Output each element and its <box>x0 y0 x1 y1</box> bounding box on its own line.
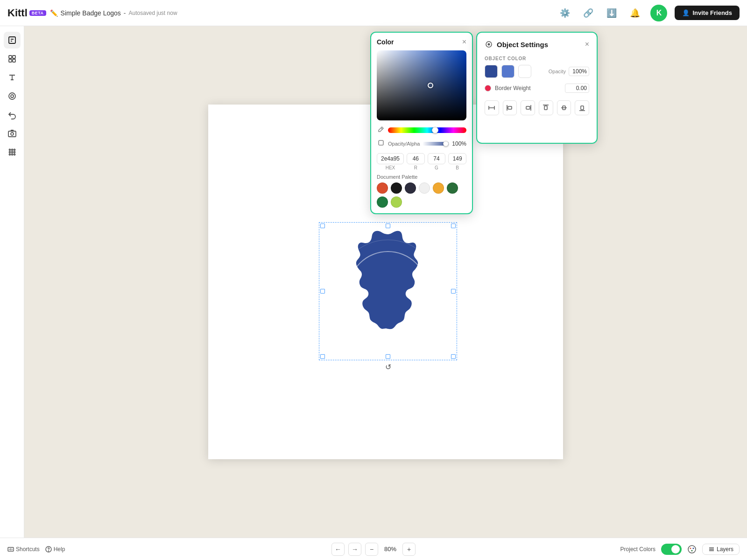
sidebar-item-text[interactable] <box>4 69 21 86</box>
object-settings-title-text: Object Settings <box>497 41 548 49</box>
border-weight-input[interactable] <box>565 84 589 93</box>
color-panel-header: Color × <box>377 38 466 46</box>
resize-handle-bm[interactable] <box>386 354 390 359</box>
shortcuts-link[interactable]: Shortcuts <box>7 546 40 553</box>
hex-fields-container: HEX R G B <box>377 153 466 170</box>
align-horizontal-button[interactable] <box>485 100 499 115</box>
object-color-swatch-3[interactable] <box>518 65 531 78</box>
svg-rect-6 <box>13 59 15 62</box>
svg-rect-3 <box>9 56 12 58</box>
beta-badge: BETA <box>29 10 46 16</box>
opacity-input[interactable] <box>569 67 589 76</box>
swatch-orange[interactable] <box>433 182 444 194</box>
project-name[interactable]: Simple Badge Logos <box>61 9 121 17</box>
object-settings-header: Object Settings × <box>485 40 589 49</box>
eyedropper-button[interactable] <box>377 125 385 135</box>
align-top-button[interactable] <box>539 100 553 115</box>
border-weight-label: Border Weight <box>495 85 530 91</box>
r-label: R <box>407 165 425 170</box>
svg-point-45 <box>688 546 696 553</box>
object-color-swatch-1[interactable] <box>485 65 498 78</box>
bottom-right: Project Colors Layers <box>620 544 740 555</box>
align-bottom-button[interactable] <box>575 100 589 115</box>
swatch-green[interactable] <box>377 196 388 208</box>
zoom-in-button[interactable]: + <box>402 543 416 556</box>
object-color-swatch-2[interactable] <box>501 65 514 78</box>
swatch-dark-navy[interactable] <box>405 182 416 194</box>
rotate-handle[interactable]: ↺ <box>385 363 391 371</box>
swatch-light-gray[interactable] <box>419 182 430 194</box>
avatar[interactable]: K <box>650 5 667 21</box>
svg-point-11 <box>9 149 10 151</box>
resize-handle-tm[interactable] <box>386 224 390 228</box>
r-field-group: R <box>407 153 425 170</box>
hex-input[interactable] <box>377 153 404 164</box>
align-right-button[interactable] <box>521 100 535 115</box>
sidebar-item-templates[interactable] <box>4 50 21 67</box>
align-left-button[interactable] <box>503 100 517 115</box>
swatch-lime[interactable] <box>391 196 402 208</box>
swatch-dark-green[interactable] <box>447 182 458 194</box>
palette-icon <box>687 545 697 554</box>
opacity-label: Opacity <box>549 69 566 74</box>
settings-button[interactable]: ⚙️ <box>557 5 573 21</box>
logo: Kittl BETA <box>7 7 46 19</box>
swatch-red[interactable] <box>377 182 388 194</box>
sidebar-item-photo[interactable] <box>4 125 21 142</box>
sidebar-item-undo[interactable] <box>4 106 21 123</box>
invite-friends-button[interactable]: 👤 Invite Friends <box>675 6 740 20</box>
color-panel-close-button[interactable]: × <box>462 38 466 46</box>
notifications-button[interactable]: 🔔 <box>627 5 643 21</box>
object-settings-close-button[interactable]: × <box>585 40 589 49</box>
resize-handle-bl[interactable] <box>320 354 325 359</box>
badge-object[interactable]: ↺ <box>323 226 453 357</box>
object-settings-panel: Object Settings × OBJECT COLOR Opacity B… <box>476 32 598 144</box>
r-input[interactable] <box>407 153 425 164</box>
opacity-thumb <box>443 141 449 147</box>
swatch-black[interactable] <box>391 182 402 194</box>
opacity-row: Opacity/Alpha 100% <box>377 139 466 148</box>
g-field-group: G <box>428 153 446 170</box>
color-gradient-picker[interactable] <box>377 50 466 120</box>
resize-handle-tl[interactable] <box>320 224 325 228</box>
b-input[interactable] <box>448 153 466 164</box>
sidebar-item-edit[interactable] <box>4 32 21 49</box>
align-middle-button[interactable] <box>557 100 571 115</box>
download-button[interactable]: ⬇️ <box>604 5 620 21</box>
nav-next-button[interactable]: → <box>348 543 361 556</box>
hue-slider[interactable] <box>388 127 466 133</box>
layers-label: Layers <box>717 546 733 553</box>
resize-handle-mr[interactable] <box>451 289 456 294</box>
resize-handle-ml[interactable] <box>320 289 325 294</box>
nav-prev-button[interactable]: ← <box>331 543 345 556</box>
resize-handle-tr[interactable] <box>451 224 456 228</box>
layers-button[interactable]: Layers <box>702 544 740 555</box>
project-colors-toggle[interactable] <box>661 544 682 555</box>
doc-palette-title: Document Palette <box>377 174 466 180</box>
opacity-slider[interactable] <box>423 142 449 146</box>
share-button[interactable]: 🔗 <box>580 5 596 21</box>
logo-text: Kittl <box>7 7 28 19</box>
svg-rect-23 <box>379 140 383 145</box>
border-color-indicator <box>485 85 491 91</box>
help-link[interactable]: Help <box>45 546 65 553</box>
bottom-center: ← → − 80% + <box>331 543 416 556</box>
color-panel-title: Color <box>377 38 394 46</box>
shortcuts-label: Shortcuts <box>16 546 40 553</box>
g-label: G <box>428 165 446 170</box>
svg-point-13 <box>14 149 15 151</box>
resize-handle-br[interactable] <box>451 354 456 359</box>
invite-icon: 👤 <box>682 9 690 16</box>
svg-rect-4 <box>13 56 15 58</box>
zoom-level: 80% <box>382 546 399 553</box>
hue-thumb <box>432 127 438 133</box>
g-input[interactable] <box>428 153 446 164</box>
sidebar-item-elements[interactable] <box>4 88 21 105</box>
opacity-value: 100% <box>451 140 466 147</box>
align-row <box>485 100 589 115</box>
zoom-out-button[interactable]: − <box>365 543 378 556</box>
sidebar-item-apps[interactable] <box>4 144 21 161</box>
header-left: Kittl BETA ✏️ Simple Badge Logos - Autos… <box>7 7 177 19</box>
color-panel: Color × Opacity/Alpha 100% HEX R <box>370 32 473 214</box>
title-separator: - <box>124 9 126 17</box>
